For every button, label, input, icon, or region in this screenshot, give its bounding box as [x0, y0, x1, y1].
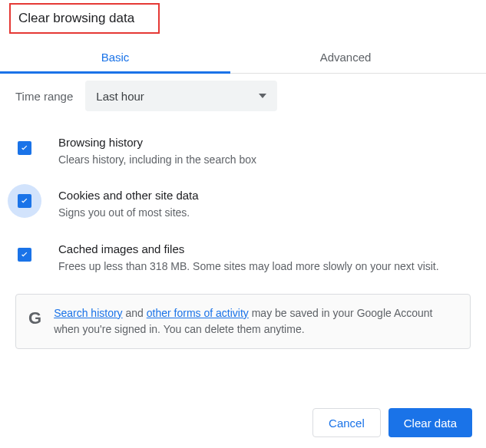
option-desc: Signs you out of most sites.: [58, 205, 471, 220]
tab-basic[interactable]: Basic: [0, 43, 230, 73]
tab-basic-label: Basic: [101, 51, 130, 64]
option-cache: Cached images and files Frees up less th…: [15, 241, 471, 274]
cancel-button[interactable]: Cancel: [312, 408, 381, 437]
option-text: Cached images and files Frees up less th…: [58, 241, 471, 274]
time-range-row: Time range Last hour: [15, 81, 471, 111]
option-cookies: Cookies and other site data Signs you ou…: [15, 187, 471, 220]
option-text: Browsing history Clears history, includi…: [58, 134, 471, 167]
cancel-label: Cancel: [329, 417, 365, 430]
time-range-select[interactable]: Last hour: [85, 81, 277, 111]
tab-advanced[interactable]: Advanced: [230, 43, 461, 73]
google-account-notice: G Search history and other forms of acti…: [15, 294, 471, 349]
check-icon: [19, 249, 30, 260]
notice-mid: and: [123, 307, 147, 319]
dialog-body: Time range Last hour Browsing history Cl…: [15, 81, 471, 349]
dialog-title-text: Clear browsing data: [18, 11, 134, 26]
option-title: Cached images and files: [58, 242, 471, 255]
other-activity-link[interactable]: other forms of activity: [147, 307, 249, 319]
tab-bar: Basic Advanced: [0, 43, 486, 74]
checkbox-browsing-history[interactable]: [18, 141, 31, 155]
google-icon: G: [28, 305, 41, 327]
checkbox-wrap: [8, 238, 41, 272]
dialog-title: Clear browsing data: [9, 3, 160, 34]
option-desc: Clears history, including in the search …: [58, 152, 471, 167]
notice-text: Search history and other forms of activi…: [54, 305, 458, 338]
option-title: Cookies and other site data: [58, 189, 471, 202]
check-icon: [19, 143, 30, 153]
dialog-footer: Cancel Clear data: [312, 408, 472, 437]
check-icon: [19, 196, 30, 206]
option-title: Browsing history: [58, 136, 471, 149]
checkbox-wrap: [8, 131, 41, 165]
option-desc: Frees up less than 318 MB. Some sites ma…: [58, 259, 471, 274]
checkbox-cookies[interactable]: [18, 194, 31, 208]
checkbox-wrap: [8, 184, 41, 218]
checkbox-cache[interactable]: [18, 248, 31, 262]
tab-advanced-label: Advanced: [320, 51, 372, 64]
option-browsing-history: Browsing history Clears history, includi…: [15, 134, 471, 167]
option-text: Cookies and other site data Signs you ou…: [58, 187, 471, 220]
time-range-label: Time range: [15, 90, 73, 103]
search-history-link[interactable]: Search history: [54, 307, 122, 319]
clear-data-button[interactable]: Clear data: [388, 408, 472, 437]
chevron-down-icon: [259, 94, 266, 98]
clear-data-label: Clear data: [404, 417, 457, 430]
time-range-value: Last hour: [96, 90, 144, 103]
